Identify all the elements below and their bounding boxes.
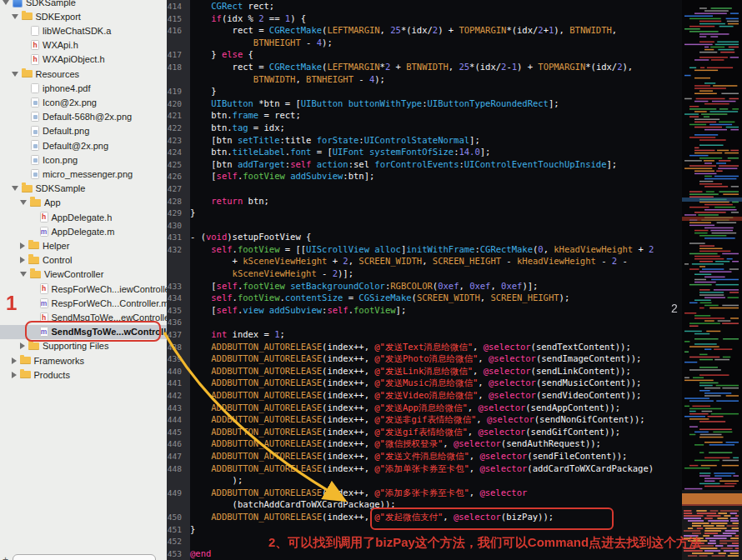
code-line[interactable]: 438 ADDBUTTON_AUTORELEASE(index++, @"发送T… xyxy=(167,341,682,353)
code-line[interactable]: 448 ADDBUTTON_AUTORELEASE(index++, @"添加单… xyxy=(167,462,682,475)
folder-icon xyxy=(20,357,31,364)
code-editor[interactable]: 414 CGRect rect;415 if(idx % 2 == 1) {41… xyxy=(167,0,682,560)
code-line[interactable]: 431- (void)setupFootView { xyxy=(167,231,682,243)
code-line[interactable]: + kSceneViewHeight + 2, SCREEN_WIDTH, SC… xyxy=(167,255,682,268)
code-line[interactable]: 434 self.footView.contentSize = CGSizeMa… xyxy=(167,292,682,304)
code-line[interactable]: 449 ADDBUTTON_AUTORELEASE(index++, @"添加多… xyxy=(167,487,682,499)
file-tree-item[interactable]: Icon.png xyxy=(0,152,167,167)
code-line[interactable]: 423 [btn setTitle:title forState:UIContr… xyxy=(167,134,682,147)
file-name: ViewController xyxy=(44,269,103,279)
code-line[interactable]: 439 ADDBUTTON_AUTORELEASE(index++, @"发送P… xyxy=(167,352,682,365)
code-line[interactable]: 440 ADDBUTTON_AUTORELEASE(index++, @"发送L… xyxy=(167,365,682,378)
file-tree-item[interactable]: ViewController xyxy=(0,268,167,282)
file-tree-item[interactable]: mAppDelegate.m xyxy=(0,224,167,238)
disclosure-triangle-icon[interactable] xyxy=(20,242,25,249)
file-tree-item[interactable]: Helper xyxy=(0,238,167,252)
code-line[interactable]: 421 btn.frame = rect; xyxy=(167,109,682,122)
code-line[interactable]: 429} xyxy=(167,207,682,219)
disclosure-triangle-icon[interactable] xyxy=(12,358,17,364)
code-line[interactable]: kSceneViewHeight - 2)]; xyxy=(167,268,682,280)
file-tree-item[interactable]: Default-568h@2x.png xyxy=(0,110,167,124)
code-line[interactable]: 424 btn.titleLabel.font = [UIFont system… xyxy=(167,146,682,158)
file-tree-item[interactable]: Default@2x.png xyxy=(0,138,167,152)
code-line[interactable]: 430 xyxy=(167,219,682,232)
code-line[interactable]: 432 self.footView = [[UIScrollView alloc… xyxy=(167,243,682,256)
line-number: 437 xyxy=(167,329,186,342)
disclosure-triangle-icon[interactable] xyxy=(12,372,17,378)
disclosure-triangle-icon[interactable] xyxy=(12,14,18,19)
code-line[interactable]: 416 rect = CGRectMake(LEFTMARGIN, 25*(id… xyxy=(167,24,682,37)
file-tree-item[interactable]: libWeChatSDK.a xyxy=(0,23,167,38)
code-line[interactable]: 415 if(idx % 2 == 1) { xyxy=(167,12,682,25)
file-name: Frameworks xyxy=(34,356,85,366)
code-line[interactable]: 441 ADDBUTTON_AUTORELEASE(index++, @"发送M… xyxy=(167,377,682,389)
file-tree-item[interactable]: hWXApiObject.h xyxy=(0,52,167,67)
disclosure-triangle-icon[interactable] xyxy=(12,72,18,77)
code-line[interactable]: 444 ADDBUTTON_AUTORELEASE(index++, @"发送非… xyxy=(167,413,682,426)
file-tree-item[interactable]: Products xyxy=(0,368,167,382)
file-tree-item[interactable]: SDKExport xyxy=(0,9,167,23)
disclosure-triangle-icon[interactable] xyxy=(20,200,27,205)
code-line[interactable]: 425 [btn addTarget:self action:sel forCo… xyxy=(167,158,682,171)
file-name: Resources xyxy=(36,69,80,79)
disclosure-triangle-icon[interactable] xyxy=(20,272,27,277)
file-tree-item[interactable]: mRespForWeCh...Controller.mm xyxy=(0,296,167,310)
project-navigator: SDKSampleSDKExportlibWeChatSDK.ahWXApi.h… xyxy=(0,0,167,560)
file-tree-item[interactable]: micro_messenger.png xyxy=(0,167,167,181)
code-line[interactable]: 447 ADDBUTTON_AUTORELEASE(index++, @"发送文… xyxy=(167,450,682,462)
line-number: 417 xyxy=(167,49,186,62)
file-tree-item[interactable]: Resources xyxy=(0,67,167,81)
code-line[interactable]: 443 ADDBUTTON_AUTORELEASE(index++, @"发送A… xyxy=(167,402,682,414)
code-line[interactable]: BTNWIDTH, BTNHEIGHT - 4); xyxy=(167,73,682,86)
file-name: App xyxy=(44,198,61,208)
code-line[interactable]: 418 rect = CGRectMake(LEFTMARGIN*2 + BTN… xyxy=(167,61,682,73)
file-tree-item[interactable]: SDKSample xyxy=(0,0,167,9)
code-line[interactable]: BTNHEIGHT - 4); xyxy=(167,37,682,49)
code-line[interactable]: 427 xyxy=(167,182,682,195)
code-line[interactable]: 417 } else { xyxy=(167,48,682,61)
file-name: SDKSample xyxy=(36,183,86,193)
add-button[interactable]: + xyxy=(3,554,8,560)
code-line[interactable]: 433 [self.footView setBackgroundColor:RG… xyxy=(167,280,682,292)
file-tree-item[interactable]: hRespForWeCh...iewController.h xyxy=(0,282,167,296)
code-line[interactable]: 428 return btn; xyxy=(167,195,682,208)
folder-icon xyxy=(20,371,31,378)
disclosure-triangle-icon[interactable] xyxy=(3,0,9,5)
code-line[interactable]: 445 ADDBUTTON_AUTORELEASE(index++, @"发送g… xyxy=(167,426,682,438)
code-line[interactable]: 414 CGRect rect; xyxy=(167,0,682,12)
file-tree-item[interactable]: Default.png xyxy=(0,124,167,138)
filter-input[interactable] xyxy=(13,554,156,560)
file-name: micro_messenger.png xyxy=(43,169,133,179)
file-name: Supporting Files xyxy=(43,341,109,351)
image-file-icon xyxy=(31,112,39,122)
code-line[interactable]: 420 UIButton *btn = [UIButton buttonWith… xyxy=(167,98,682,110)
file-name: Products xyxy=(34,370,70,380)
code-line[interactable]: 437 int index = 1; xyxy=(167,328,682,341)
file-tree-item[interactable]: SDKSample xyxy=(0,182,167,196)
disclosure-triangle-icon[interactable] xyxy=(20,257,25,263)
file-tree-item[interactable]: hAppDelegate.h xyxy=(0,210,167,224)
line-number: 449 xyxy=(167,488,186,500)
file-tree-item[interactable]: iphone4.pdf xyxy=(0,81,167,95)
file-tree-item[interactable]: Icon@2x.png xyxy=(0,95,167,109)
code-line[interactable]: 435 [self.view addSubview:self.footView]… xyxy=(167,304,682,317)
file-tree-item[interactable]: Frameworks xyxy=(0,353,167,368)
code-line[interactable]: 422 btn.tag = idx; xyxy=(167,122,682,134)
code-line[interactable]: ); xyxy=(167,474,682,487)
line-number: 414 xyxy=(167,1,186,13)
disclosure-triangle-icon[interactable] xyxy=(12,186,18,191)
code-line[interactable]: 419 } xyxy=(167,85,682,98)
file-tree-item[interactable]: Control xyxy=(0,253,167,268)
disclosure-triangle-icon[interactable] xyxy=(20,342,25,349)
code-line[interactable]: 442 ADDBUTTON_AUTORELEASE(index++, @"发送V… xyxy=(167,389,682,402)
code-line[interactable]: 426 [self.footView addSubview:btn]; xyxy=(167,170,682,182)
file-tree-item[interactable]: hWXApi.h xyxy=(0,38,167,52)
code-line[interactable]: 446 ADDBUTTON_AUTORELEASE(index++, @"微信授… xyxy=(167,438,682,450)
file-tree-item[interactable]: App xyxy=(0,196,167,210)
minimap[interactable] xyxy=(682,0,742,560)
generic-file-icon xyxy=(31,26,39,37)
header-file-icon: h xyxy=(40,212,48,222)
code-line[interactable]: 436 xyxy=(167,316,682,328)
image-file-icon xyxy=(31,140,39,151)
line-number: 445 xyxy=(167,427,186,439)
